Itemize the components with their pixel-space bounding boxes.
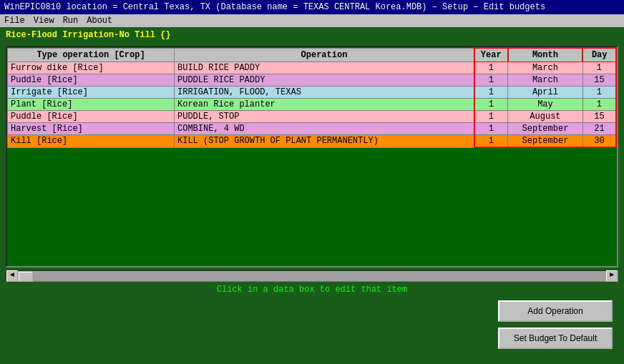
cell-year[interactable]: 1 — [474, 123, 508, 135]
header-year: Year — [474, 48, 508, 62]
table-row[interactable]: Puddle [Rice]PUDDLE, STOP1August15 — [8, 111, 617, 123]
cell-type[interactable]: Puddle [Rice] — [8, 111, 175, 123]
cell-year[interactable]: 1 — [474, 74, 508, 87]
cell-month[interactable]: March — [508, 74, 583, 87]
menu-run[interactable]: Run — [63, 16, 79, 26]
cell-operation[interactable]: IRRIGATION, FLOOD, TEXAS — [175, 87, 474, 99]
table-row[interactable]: Puddle [Rice]PUDDLE RICE PADDY1March15 — [8, 74, 617, 87]
cell-operation[interactable]: Korean Rice planter — [175, 99, 474, 111]
cell-month[interactable]: May — [508, 99, 583, 111]
scroll-right-button[interactable]: ► — [606, 270, 618, 282]
menu-about[interactable]: About — [87, 16, 112, 26]
subtitle: Rice-Flood Irrigation-No Till {} — [0, 27, 624, 43]
cell-day[interactable]: 21 — [582, 123, 616, 135]
cell-operation[interactable]: COMBINE, 4 WD — [175, 123, 474, 135]
cell-month[interactable]: September — [508, 135, 583, 148]
header-month: Month — [508, 48, 583, 62]
menu-bar: File View Run About — [0, 14, 624, 27]
cell-operation[interactable]: KILL (STOP GROWTH OF PLANT PERMANENTLY) — [175, 135, 474, 148]
cell-type[interactable]: Kill [Rice] — [8, 135, 175, 148]
cell-type[interactable]: Plant [Rice] — [8, 99, 175, 111]
table-row[interactable]: Harvest [Rice]COMBINE, 4 WD1September21 — [8, 123, 617, 135]
operations-table: Type operation [Crop] Operation Year Mon… — [7, 47, 617, 148]
cell-year[interactable]: 1 — [474, 111, 508, 123]
cell-day[interactable]: 15 — [582, 111, 616, 123]
cell-year[interactable]: 1 — [474, 62, 508, 74]
cell-month[interactable]: March — [508, 62, 583, 74]
header-day: Day — [582, 48, 616, 62]
cell-type[interactable]: Harvest [Rice] — [8, 123, 175, 135]
header-operation: Operation — [175, 48, 474, 62]
buttons-area: Add Operation Set Budget To Default — [0, 297, 624, 352]
cell-day[interactable]: 1 — [582, 62, 616, 74]
scroll-track[interactable] — [18, 271, 606, 281]
cell-day[interactable]: 15 — [582, 74, 616, 87]
cell-year[interactable]: 1 — [474, 99, 508, 111]
title-text: WinEPIC0810 location = Central Texas, TX… — [4, 2, 545, 12]
cell-month[interactable]: September — [508, 123, 583, 135]
scroll-left-button[interactable]: ◄ — [6, 270, 18, 282]
cell-type[interactable]: Irrigate [Rice] — [8, 87, 175, 99]
add-operation-button[interactable]: Add Operation — [498, 300, 613, 322]
menu-file[interactable]: File — [4, 16, 25, 26]
status-text: Click in a data box to edit that item — [217, 285, 407, 295]
title-bar: WinEPIC0810 location = Central Texas, TX… — [0, 0, 624, 14]
status-bar: Click in a data box to edit that item — [0, 282, 624, 297]
cell-operation[interactable]: PUDDLE, STOP — [175, 111, 474, 123]
horizontal-scrollbar[interactable]: ◄ ► — [6, 270, 618, 282]
scroll-thumb[interactable] — [19, 272, 33, 282]
table-row[interactable]: Plant [Rice]Korean Rice planter1May1 — [8, 99, 617, 111]
cell-type[interactable]: Furrow dike [Rice] — [8, 62, 175, 74]
cell-month[interactable]: April — [508, 87, 583, 99]
set-budget-default-button[interactable]: Set Budget To Default — [498, 328, 613, 349]
cell-operation[interactable]: PUDDLE RICE PADDY — [175, 74, 474, 87]
header-type-op: Type operation [Crop] — [8, 48, 175, 62]
cell-year[interactable]: 1 — [474, 135, 508, 148]
cell-day[interactable]: 30 — [582, 135, 616, 148]
cell-year[interactable]: 1 — [474, 87, 508, 99]
table-container[interactable]: Type operation [Crop] Operation Year Mon… — [7, 47, 617, 266]
cell-day[interactable]: 1 — [582, 99, 616, 111]
cell-day[interactable]: 1 — [582, 87, 616, 99]
main-table-area: Type operation [Crop] Operation Year Mon… — [6, 46, 618, 267]
cell-type[interactable]: Puddle [Rice] — [8, 74, 175, 87]
table-row[interactable]: Furrow dike [Rice]BUILD RICE PADDY1March… — [8, 62, 617, 74]
table-row[interactable]: Kill [Rice]KILL (STOP GROWTH OF PLANT PE… — [8, 135, 617, 148]
menu-view[interactable]: View — [34, 16, 54, 26]
cell-month[interactable]: August — [508, 111, 583, 123]
cell-operation[interactable]: BUILD RICE PADDY — [175, 62, 474, 74]
table-row[interactable]: Irrigate [Rice]IRRIGATION, FLOOD, TEXAS1… — [8, 87, 617, 99]
